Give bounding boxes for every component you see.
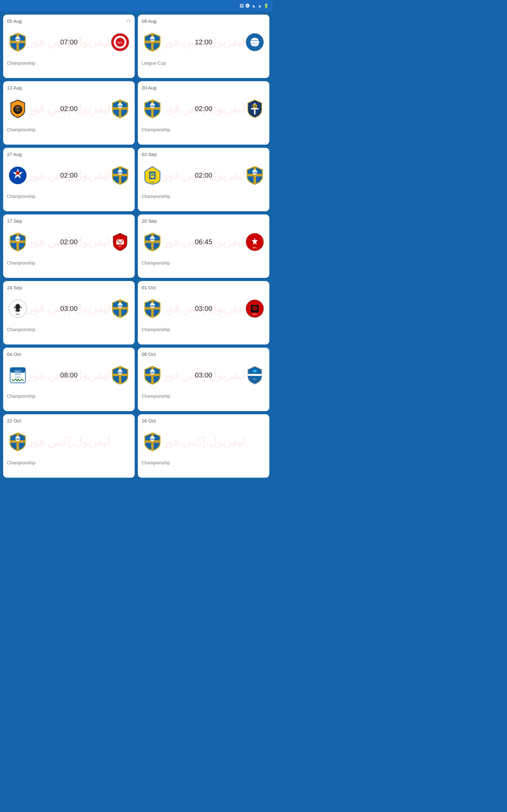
home-team-logo: SWW [142,431,163,453]
watermark: ليفربول.إكس.فور [162,435,245,449]
match-card[interactable]: 22 Octليفربول.إكس.فور SWW Championship [3,414,135,478]
svg-text:SWW: SWW [117,305,123,307]
svg-rect-59 [16,233,19,252]
home-team-logo: HULL CITY 1904 [7,98,29,119]
match-card[interactable]: 27 Augليفربول.إكس.فور 02:00 SWW Champ [3,148,135,211]
away-team-logo: MFC [244,231,266,253]
match-time: 03:00 [163,305,244,313]
signal-icon: ▲ [258,3,262,8]
match-date: 05 Aug [7,18,131,24]
away-team-logo: HT AFC H [244,364,266,386]
away-team-logo: SWW [109,98,131,119]
match-time: 02:00 [163,171,244,180]
match-card[interactable]: 20 Augليفربول.إكس.فور SWW 02:00 PP [138,81,269,145]
match-body: ليفربول.إكس.فور SWW 02:00 PP [142,93,266,125]
away-team-logo: PP PNE [244,98,266,119]
match-card[interactable]: 03 Sepليفربول.إكس.فور LUFC 02:00 [138,148,269,211]
match-time: 02:00 [163,105,244,113]
svg-rect-36 [151,100,154,118]
vs-label: Vs [126,18,131,23]
photo-icon: 🖼 [239,3,244,8]
svg-rect-102 [119,366,121,385]
svg-rect-30 [119,100,121,118]
home-team-logo: SWW [7,231,29,253]
svg-text:SWW: SWW [150,105,155,107]
watermark: ليفربول.إكس.فور [27,435,110,449]
away-team-logo: STOCKPORT COUNTY FC [244,32,266,53]
svg-text:SWW: SWW [150,38,155,41]
svg-text:BROM: BROM [15,373,20,375]
match-time: 07:00 [29,38,109,46]
svg-text:PNE: PNE [253,105,257,107]
svg-text:CITY: CITY [16,108,20,110]
competition-label: Championship [7,260,131,265]
match-date: 08 Aug [142,18,266,24]
match-body: ليفربول.إكس.فور SWW 03:00 HT [142,359,266,391]
match-date: 04 Oct [7,351,131,357]
svg-text:ITFC: ITFC [118,246,122,247]
home-team-logo: SWW [142,231,163,253]
competition-label: Championship [142,327,266,332]
match-body: ليفربول.إكس.فور LUFC 02:00 [142,159,266,191]
match-date: 22 Oct [7,418,131,423]
match-body: ليفربول.إكس.فور SWW [142,426,266,458]
match-card[interactable]: 20 Sepليفربول.إكس.فور SWW 06:45 MFC [138,214,269,278]
match-card[interactable]: 24 Sepليفربول.إكس.فور SCFC 03:00 [3,281,135,345]
match-card[interactable]: 05 AugVsليفربول.إكس.فور SWW 07:00 S [3,14,135,78]
wifi-icon: ▲ [251,3,256,8]
home-team-logo [7,165,29,186]
competition-label: Championship [142,260,266,265]
svg-text:SWW: SWW [117,105,123,107]
match-body: ليفربول.إكس.فور SWW 12:00 STOCKPORT [142,26,266,58]
away-team-logo: SFC [109,32,131,53]
svg-text:SAFC: SAFC [252,313,257,315]
match-date: 01 Oct [142,285,266,290]
match-card[interactable]: 08 Augليفربول.إكس.فور SWW 12:00 STO [138,14,269,78]
svg-rect-118 [16,433,19,451]
svg-text:SWW: SWW [150,438,155,440]
match-date: 20 Aug [142,85,266,90]
svg-text:PP: PP [254,111,256,113]
svg-rect-13 [151,33,154,52]
svg-rect-124 [151,433,154,451]
battery-icon: 🔋 [264,3,269,8]
match-time: 12:00 [163,38,244,46]
svg-text:WEST: WEST [14,370,21,372]
competition-label: Championship [7,61,131,66]
match-body: ليفربول.إكس.فور SWW 02:00 ITFC [7,226,131,258]
svg-text:ALBION: ALBION [15,376,21,378]
match-card[interactable]: 04 Octليفربول.إكس.فور WEST BROM ALBION 0… [3,348,135,411]
svg-text:MFC: MFC [253,247,257,249]
home-team-logo: SWW [142,32,163,53]
match-time: 06:45 [163,238,244,246]
status-icons: 🖼 🅐 ▲ ▲ 🔋 [239,3,269,8]
svg-text:SCFC: SCFC [15,313,20,315]
match-card[interactable]: 08 Octليفربول.إكس.فور SWW 03:00 HT [138,348,269,411]
match-card[interactable]: 13 Augليفربول.إكس.فور HULL CITY 1904 02:… [3,81,135,145]
match-body: ليفربول.إكس.فور SWW [7,426,131,458]
competition-label: Championship [142,460,266,465]
svg-rect-80 [119,300,121,318]
match-date: 17 Sep [7,218,131,223]
match-body: ليفربول.إكس.فور WEST BROM ALBION 08:00 [7,359,131,391]
svg-rect-3 [16,33,19,52]
svg-text:SWW: SWW [117,171,123,174]
match-card[interactable]: 17 Sepليفربول.إكس.فور SWW 02:00 ITF [3,214,135,278]
match-body: ليفربول.إكس.فور 02:00 SWW [7,159,131,191]
svg-text:SWW: SWW [252,171,258,174]
competition-label: Championship [142,394,266,399]
home-team-logo: WEST BROM ALBION [7,364,29,386]
match-body: ليفربول.إكس.فور SWW 03:00 [142,293,266,324]
match-body: ليفربول.إكس.فور SWW 06:45 MFC [142,226,266,258]
svg-rect-108 [151,366,154,385]
svg-rect-67 [151,233,154,252]
matches-grid: 05 AugVsليفربول.إكس.فور SWW 07:00 S [0,11,273,481]
svg-text:STOCKPORT: STOCKPORT [249,40,261,42]
match-time: 03:00 [29,305,109,313]
svg-point-75 [15,309,20,312]
match-body: ليفربول.إكس.فور SCFC 03:00 [7,293,131,324]
match-card[interactable]: 01 Octليفربول.إكس.فور SWW 03:00 [138,281,269,345]
a-icon: 🅐 [245,3,250,8]
match-card[interactable]: 26 Octليفربول.إكس.فور SWW Championship [138,414,269,478]
competition-label: Championship [7,194,131,199]
